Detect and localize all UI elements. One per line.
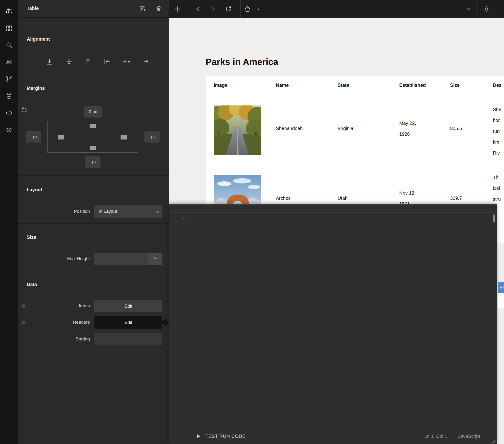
page-title: Parks in America <box>206 57 278 67</box>
code-editor-popover: 1 TEST RUN CODE Ln 1, Col 1 JavaScript <box>169 204 497 444</box>
col-header-description[interactable]: Des <box>493 83 502 88</box>
play-icon <box>197 434 200 439</box>
sorting-label: Sorting <box>28 336 90 342</box>
settings-gear-icon[interactable] <box>5 126 13 134</box>
margin-left-handle[interactable] <box>58 135 64 139</box>
app-root: Table Alignment <box>0 0 504 444</box>
layout-section-label: Layout <box>27 187 42 192</box>
align-horizontal-center-icon[interactable] <box>123 58 131 65</box>
data-resources-icon[interactable] <box>5 92 13 100</box>
description-fragment: Riv <box>493 148 501 158</box>
headers-label: Headers <box>28 320 90 325</box>
description-fragment: She <box>493 104 501 115</box>
version-branch-icon[interactable] <box>5 74 13 83</box>
inspector-title: Table <box>27 6 39 11</box>
route-path[interactable]: / <box>258 6 260 11</box>
cell-state: Virginia <box>338 126 353 131</box>
description-fragment: stru <box>493 194 501 204</box>
viewport-chevron-down-icon[interactable] <box>464 5 473 13</box>
reset-margins-icon[interactable] <box>21 107 27 114</box>
margins-section-label: Margins <box>27 86 45 91</box>
description-fragment: run <box>493 126 501 137</box>
col-header-state[interactable]: State <box>338 83 349 88</box>
refresh-icon[interactable] <box>224 5 233 13</box>
align-left-icon[interactable] <box>104 58 111 65</box>
right-panel-selected-item[interactable]: Pa <box>498 282 504 293</box>
headers-edit-button[interactable]: Edit <box>94 316 162 329</box>
headers-popover-caret <box>161 318 169 327</box>
editor-language: JavaScript <box>458 434 480 439</box>
items-connection-dot[interactable] <box>21 304 25 308</box>
max-height-label: Max Height <box>28 256 90 261</box>
users-icon[interactable] <box>5 58 13 66</box>
cell-size: 805.5 <box>450 126 462 131</box>
col-header-established[interactable]: Established <box>399 83 426 88</box>
col-header-image[interactable]: Image <box>214 83 227 88</box>
align-bottom-icon[interactable] <box>46 58 53 65</box>
margin-left-field[interactable]: - px <box>26 131 41 143</box>
test-run-label: TEST RUN CODE <box>205 434 245 439</box>
plus-icon[interactable] <box>173 5 181 13</box>
cloud-services-icon[interactable] <box>5 108 13 117</box>
code-area[interactable] <box>192 215 490 425</box>
margin-bottom-handle[interactable] <box>90 146 96 150</box>
sorting-field[interactable] <box>94 333 162 345</box>
cell-name: Arches <box>276 196 290 201</box>
position-label: Position <box>28 209 90 214</box>
items-label: Items <box>28 303 90 309</box>
line-number: 1 <box>175 217 185 222</box>
cell-description: She hor run km Riv <box>493 104 501 158</box>
align-vertical-center-icon[interactable] <box>65 58 73 65</box>
editor-scrollbar-thumb[interactable] <box>493 214 495 222</box>
test-run-button[interactable]: TEST RUN CODE <box>197 434 245 439</box>
align-right-icon[interactable] <box>143 58 150 65</box>
description-fragment: Del <box>493 183 501 194</box>
components-grid-icon[interactable] <box>5 24 13 33</box>
search-icon[interactable] <box>5 41 13 49</box>
description-fragment: Thi <box>493 172 501 183</box>
cell-name: Shenandoah <box>276 126 303 131</box>
max-height-unit[interactable]: % <box>148 253 162 265</box>
position-select-value: In Layout <box>99 209 117 214</box>
alignment-section-label: Alignment <box>27 37 50 42</box>
position-select[interactable]: In Layout <box>94 205 162 218</box>
noodl-logo-icon[interactable] <box>5 7 13 15</box>
align-top-icon[interactable] <box>84 58 92 65</box>
col-header-name[interactable]: Name <box>276 83 289 88</box>
home-icon[interactable] <box>243 5 252 13</box>
cell-established: May 22, 1926 <box>399 118 427 139</box>
size-section-label: Size <box>27 235 36 240</box>
max-height-input[interactable] <box>94 253 148 265</box>
right-panel-peek <box>498 293 504 308</box>
margin-bottom-field[interactable]: - px <box>85 156 100 168</box>
icon-rail <box>0 0 18 444</box>
preview-settings-gear-icon[interactable] <box>482 5 491 13</box>
cell-size: 309.7 <box>450 196 462 201</box>
nav-back-icon[interactable] <box>194 5 203 13</box>
items-edit-button[interactable]: Edit <box>94 300 162 312</box>
description-fragment: hor <box>493 115 501 126</box>
preview-toolbar: / <box>169 0 504 18</box>
nav-forward-icon[interactable] <box>209 5 217 13</box>
inspector-panel: Table Alignment <box>18 0 169 444</box>
data-section-label: Data <box>27 282 37 287</box>
inspector-header: Table <box>18 0 169 18</box>
cell-state: Utah <box>338 196 347 201</box>
park-photo-shenandoah <box>214 105 261 155</box>
margin-top-handle[interactable] <box>90 124 96 128</box>
editor-statusbar: TEST RUN CODE Ln 1, Col 1 JavaScript <box>169 428 497 444</box>
edit-component-icon[interactable] <box>139 5 146 13</box>
delete-component-icon[interactable] <box>156 5 162 13</box>
margin-right-field[interactable]: - px <box>144 131 160 143</box>
description-fragment: km <box>493 137 501 148</box>
resize-grip-icon[interactable] <box>491 438 496 443</box>
chevron-down-icon <box>155 210 159 214</box>
margin-right-handle[interactable] <box>121 135 127 139</box>
col-header-size[interactable]: Size <box>450 83 460 88</box>
headers-connection-dot[interactable] <box>21 321 25 324</box>
cursor-position: Ln 1, Col 1 <box>424 434 447 439</box>
margin-top-field[interactable]: 0 px <box>84 106 102 117</box>
add-node-cell[interactable] <box>169 0 186 18</box>
